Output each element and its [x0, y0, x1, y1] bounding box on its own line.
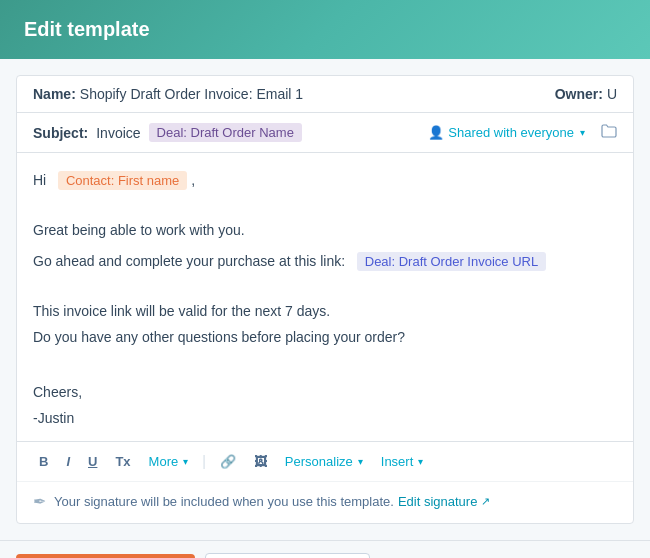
chevron-down-icon: ▾ — [580, 127, 585, 138]
personalize-chevron-icon: ▾ — [358, 456, 363, 467]
owner-value: U — [607, 86, 617, 102]
more-chevron-icon: ▾ — [183, 456, 188, 467]
greeting-text: Hi — [33, 172, 46, 188]
modal-footer: Update existing template Save as new tem… — [0, 540, 650, 558]
subject-label: Subject: — [33, 125, 88, 141]
line2-row: Go ahead and complete your purchase at t… — [33, 250, 617, 274]
deal-token-badge[interactable]: Deal: Draft Order Name — [149, 123, 302, 142]
external-link-icon: ↗ — [481, 495, 490, 508]
underline-button[interactable]: U — [82, 450, 103, 473]
update-template-button[interactable]: Update existing template — [16, 554, 195, 558]
greeting-line: Hi Contact: First name , — [33, 169, 617, 193]
more-button[interactable]: More ▾ — [143, 450, 195, 473]
name-value: Shopify Draft Order Invoice: Email 1 — [80, 86, 303, 102]
bold-button[interactable]: B — [33, 450, 54, 473]
contact-token[interactable]: Contact: First name — [58, 171, 187, 190]
signature-name: -Justin — [33, 407, 617, 431]
toolbar-separator-1: | — [202, 453, 206, 469]
insert-chevron-icon: ▾ — [418, 456, 423, 467]
line3: This invoice link will be valid for the … — [33, 300, 617, 324]
name-right: Owner: U — [555, 86, 617, 102]
shared-with-everyone-button[interactable]: 👤 Shared with everyone ▾ — [428, 125, 585, 140]
signature-row: ✒ Your signature will be included when y… — [17, 481, 633, 523]
name-row: Name: Shopify Draft Order Invoice: Email… — [17, 76, 633, 113]
folder-icon[interactable] — [601, 123, 617, 142]
editor-toolbar: B I U Tx More ▾ | 🔗 🖼 Personalize ▾ Inse… — [17, 441, 633, 481]
template-editor: Name: Shopify Draft Order Invoice: Email… — [16, 75, 634, 524]
strikethrough-button[interactable]: Tx — [109, 450, 136, 473]
name-label: Name: — [33, 86, 76, 102]
insert-button[interactable]: Insert ▾ — [375, 450, 430, 473]
name-left: Name: Shopify Draft Order Invoice: Email… — [33, 86, 303, 102]
image-icon: 🖼 — [254, 454, 267, 469]
italic-button[interactable]: I — [60, 450, 76, 473]
signature-text: Your signature will be included when you… — [54, 494, 394, 509]
shared-label: Shared with everyone — [448, 125, 574, 140]
edit-signature-link[interactable]: Edit signature — [398, 494, 478, 509]
editor-area[interactable]: Hi Contact: First name , Great being abl… — [17, 153, 633, 441]
comma: , — [191, 172, 195, 188]
signature-icon: ✒ — [33, 492, 46, 511]
url-token[interactable]: Deal: Draft Order Invoice URL — [357, 252, 546, 271]
subject-text: Invoice — [96, 125, 140, 141]
link-button[interactable]: 🔗 — [214, 450, 242, 473]
modal-header: Edit template — [0, 0, 650, 59]
subject-row: Subject: Invoice Deal: Draft Order Name … — [17, 113, 633, 153]
line1: Great being able to work with you. — [33, 219, 617, 243]
link-icon: 🔗 — [220, 454, 236, 469]
page-title: Edit template — [24, 18, 150, 40]
person-icon: 👤 — [428, 125, 444, 140]
closing: Cheers, — [33, 381, 617, 405]
image-button[interactable]: 🖼 — [248, 450, 273, 473]
owner-label: Owner: — [555, 86, 603, 102]
line4: Do you have any other questions before p… — [33, 326, 617, 350]
save-new-template-button[interactable]: Save as new template — [205, 553, 371, 558]
personalize-button[interactable]: Personalize ▾ — [279, 450, 369, 473]
